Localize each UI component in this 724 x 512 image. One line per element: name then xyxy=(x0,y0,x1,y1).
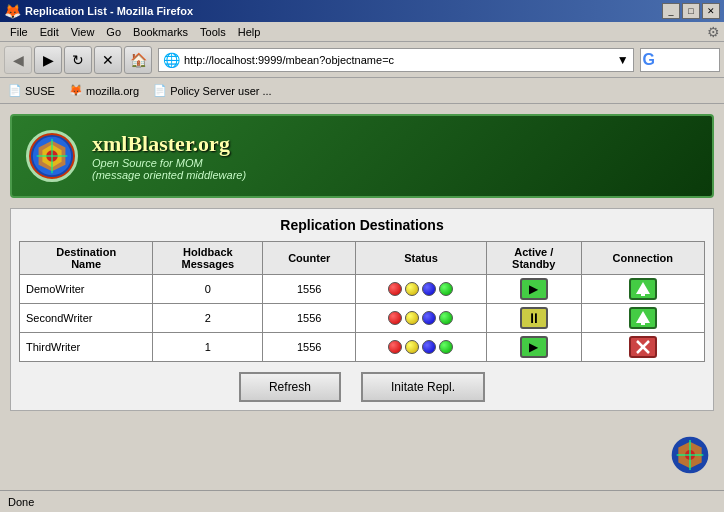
section-title: Replication Destinations xyxy=(19,217,705,233)
site-title: xmlBlaster.org xyxy=(92,131,246,157)
menu-edit[interactable]: Edit xyxy=(34,24,65,40)
col-counter: Counter xyxy=(263,242,356,275)
toolbar: ◀ ▶ ↻ ✕ 🏠 🌐 ▼ G xyxy=(0,42,724,78)
cell-holdback: 1 xyxy=(153,333,263,362)
table-row: DemoWriter01556▶ xyxy=(20,275,705,304)
initiate-replication-button[interactable]: Initate Repl. xyxy=(361,372,485,402)
bookmark-policy[interactable]: 📄 Policy Server user ... xyxy=(149,82,275,99)
col-status: Status xyxy=(356,242,487,275)
replication-table: DestinationName HoldbackMessages Counter… xyxy=(19,241,705,362)
table-row: ThirdWriter11556▶ xyxy=(20,333,705,362)
yellow-light xyxy=(405,340,419,354)
back-icon: ◀ xyxy=(13,52,24,68)
bookmark-mozilla-label: mozilla.org xyxy=(86,85,139,97)
table-section: Replication Destinations DestinationName… xyxy=(10,208,714,411)
maximize-button[interactable]: □ xyxy=(682,3,700,19)
header-text: xmlBlaster.org Open Source for MOM (mess… xyxy=(92,131,246,181)
cell-status xyxy=(356,275,487,304)
blue-light xyxy=(422,311,436,325)
stop-icon: ✕ xyxy=(102,52,114,68)
window-title: Replication List - Mozilla Firefox xyxy=(25,5,658,17)
forward-icon: ▶ xyxy=(43,52,54,68)
connection-up-icon[interactable] xyxy=(629,307,657,329)
connection-up-icon[interactable] xyxy=(629,278,657,300)
green-light xyxy=(439,340,453,354)
bookmark-suse-label: SUSE xyxy=(25,85,55,97)
svg-rect-5 xyxy=(641,290,645,296)
col-connection: Connection xyxy=(581,242,704,275)
cell-destination-name: SecondWriter xyxy=(20,304,153,333)
menu-tools[interactable]: Tools xyxy=(194,24,232,40)
close-button[interactable]: ✕ xyxy=(702,3,720,19)
home-icon: 🏠 xyxy=(130,52,147,68)
bookmark-mozilla[interactable]: 🦊 mozilla.org xyxy=(65,82,143,99)
action-buttons: Refresh Initate Repl. xyxy=(19,372,705,402)
pause-button[interactable]: ⏸ xyxy=(520,307,548,329)
cell-holdback: 0 xyxy=(153,275,263,304)
page-icon: 🌐 xyxy=(163,52,180,68)
bottom-logo xyxy=(670,435,710,482)
menu-bookmarks[interactable]: Bookmarks xyxy=(127,24,194,40)
address-go-button[interactable]: ▼ xyxy=(617,53,629,67)
play-button[interactable]: ▶ xyxy=(520,278,548,300)
google-icon: G xyxy=(643,51,655,69)
cell-active-standby[interactable]: ▶ xyxy=(486,333,581,362)
bookmark-policy-label: Policy Server user ... xyxy=(170,85,271,97)
play-button[interactable]: ▶ xyxy=(520,336,548,358)
menu-go[interactable]: Go xyxy=(100,24,127,40)
cell-active-standby[interactable]: ▶ xyxy=(486,275,581,304)
red-light xyxy=(388,340,402,354)
menu-help[interactable]: Help xyxy=(232,24,267,40)
cell-status xyxy=(356,333,487,362)
cell-counter: 1556 xyxy=(263,333,356,362)
table-row: SecondWriter21556⏸ xyxy=(20,304,705,333)
menu-file[interactable]: File xyxy=(4,24,34,40)
cell-active-standby[interactable]: ⏸ xyxy=(486,304,581,333)
policy-icon: 📄 xyxy=(153,84,167,97)
mozilla-icon: 🦊 xyxy=(69,84,83,97)
cell-connection[interactable] xyxy=(581,275,704,304)
yellow-light xyxy=(405,282,419,296)
connection-bad-icon[interactable] xyxy=(629,336,657,358)
search-bar: G xyxy=(640,48,720,72)
green-light xyxy=(439,311,453,325)
cell-connection[interactable] xyxy=(581,304,704,333)
cell-holdback: 2 xyxy=(153,304,263,333)
red-light xyxy=(388,282,402,296)
yellow-light xyxy=(405,311,419,325)
bookmarks-bar: 📄 SUSE 🦊 mozilla.org 📄 Policy Server use… xyxy=(0,78,724,104)
bookmark-suse[interactable]: 📄 SUSE xyxy=(4,82,59,99)
col-holdback: HoldbackMessages xyxy=(153,242,263,275)
header-panel: xmlBlaster.org Open Source for MOM (mess… xyxy=(10,114,714,198)
blue-light xyxy=(422,282,436,296)
red-light xyxy=(388,311,402,325)
cell-destination-name: DemoWriter xyxy=(20,275,153,304)
cell-counter: 1556 xyxy=(263,304,356,333)
menu-bar: File Edit View Go Bookmarks Tools Help ⚙ xyxy=(0,22,724,42)
cell-status xyxy=(356,304,487,333)
status-bar: Done xyxy=(0,490,724,512)
address-input[interactable] xyxy=(184,54,613,66)
reload-icon: ↻ xyxy=(72,52,84,68)
forward-button[interactable]: ▶ xyxy=(34,46,62,74)
status-text: Done xyxy=(8,496,34,508)
search-input[interactable] xyxy=(657,54,717,66)
site-subtitle1: Open Source for MOM xyxy=(92,157,246,169)
title-bar: 🦊 Replication List - Mozilla Firefox _ □… xyxy=(0,0,724,22)
cell-destination-name: ThirdWriter xyxy=(20,333,153,362)
blue-light xyxy=(422,340,436,354)
suse-icon: 📄 xyxy=(8,84,22,97)
green-light xyxy=(439,282,453,296)
col-active-standby: Active /Standby xyxy=(486,242,581,275)
menu-view[interactable]: View xyxy=(65,24,101,40)
firefox-icon: 🦊 xyxy=(4,3,21,19)
minimize-button[interactable]: _ xyxy=(662,3,680,19)
xmlblaster-logo xyxy=(26,130,78,182)
svg-rect-6 xyxy=(641,319,645,325)
reload-button[interactable]: ↻ xyxy=(64,46,92,74)
home-button[interactable]: 🏠 xyxy=(124,46,152,74)
back-button[interactable]: ◀ xyxy=(4,46,32,74)
refresh-button[interactable]: Refresh xyxy=(239,372,341,402)
cell-connection[interactable] xyxy=(581,333,704,362)
stop-button[interactable]: ✕ xyxy=(94,46,122,74)
